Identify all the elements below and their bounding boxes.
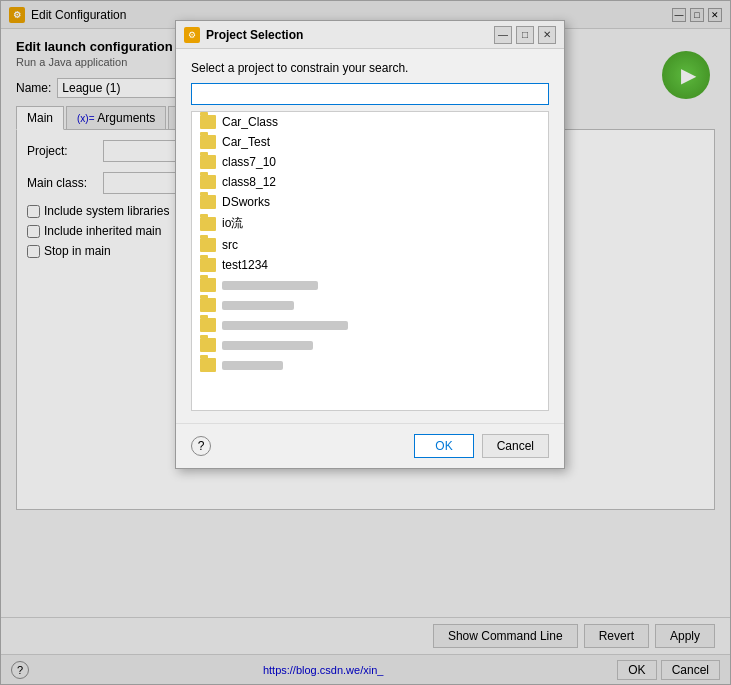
folder-icon xyxy=(200,258,216,272)
blurred-text xyxy=(222,281,318,290)
modal-close-btn[interactable]: ✕ xyxy=(538,26,556,44)
folder-icon-blurred xyxy=(200,298,216,312)
project-item-blurred-4[interactable] xyxy=(192,335,548,355)
project-item-blurred-1[interactable] xyxy=(192,275,548,295)
modal-title: Project Selection xyxy=(206,28,488,42)
folder-icon-blurred xyxy=(200,318,216,332)
modal-titlebar: ⚙ Project Selection — □ ✕ xyxy=(176,21,564,49)
folder-icon xyxy=(200,238,216,252)
modal-ok-button[interactable]: OK xyxy=(414,434,473,458)
folder-icon xyxy=(200,115,216,129)
folder-icon xyxy=(200,155,216,169)
folder-icon-blurred xyxy=(200,358,216,372)
modal-help-icon[interactable]: ? xyxy=(191,436,211,456)
modal-win-controls: — □ ✕ xyxy=(494,26,556,44)
blurred-text xyxy=(222,361,283,370)
project-item-io[interactable]: io流 xyxy=(192,212,548,235)
folder-icon xyxy=(200,217,216,231)
folder-icon xyxy=(200,195,216,209)
modal-footer: ? OK Cancel xyxy=(176,423,564,468)
blurred-text xyxy=(222,301,294,310)
project-item-blurred-2[interactable] xyxy=(192,295,548,315)
project-item-car-class[interactable]: Car_Class xyxy=(192,112,548,132)
blurred-text xyxy=(222,341,313,350)
modal-overlay: ⚙ Project Selection — □ ✕ Select a proje… xyxy=(0,0,731,685)
project-selection-modal: ⚙ Project Selection — □ ✕ Select a proje… xyxy=(175,20,565,469)
project-item-class7-10[interactable]: class7_10 xyxy=(192,152,548,172)
project-item-blurred-5[interactable] xyxy=(192,355,548,375)
project-item-car-test[interactable]: Car_Test xyxy=(192,132,548,152)
project-item-blurred-3[interactable] xyxy=(192,315,548,335)
project-item-test1234[interactable]: test1234 xyxy=(192,255,548,275)
modal-action-buttons: OK Cancel xyxy=(414,434,549,458)
project-list[interactable]: Car_Class Car_Test class7_10 class8_12 D… xyxy=(191,111,549,411)
modal-minimize-btn[interactable]: — xyxy=(494,26,512,44)
folder-icon-blurred xyxy=(200,338,216,352)
folder-icon xyxy=(200,135,216,149)
modal-body: Select a project to constrain your searc… xyxy=(176,49,564,423)
modal-cancel-button[interactable]: Cancel xyxy=(482,434,549,458)
project-item-src[interactable]: src xyxy=(192,235,548,255)
modal-title-icon: ⚙ xyxy=(184,27,200,43)
folder-icon xyxy=(200,175,216,189)
modal-search-input[interactable] xyxy=(191,83,549,105)
project-item-dsworks[interactable]: DSworks xyxy=(192,192,548,212)
modal-description: Select a project to constrain your searc… xyxy=(191,61,549,75)
modal-maximize-btn[interactable]: □ xyxy=(516,26,534,44)
blurred-text xyxy=(222,321,348,330)
project-item-class8-12[interactable]: class8_12 xyxy=(192,172,548,192)
folder-icon-blurred xyxy=(200,278,216,292)
